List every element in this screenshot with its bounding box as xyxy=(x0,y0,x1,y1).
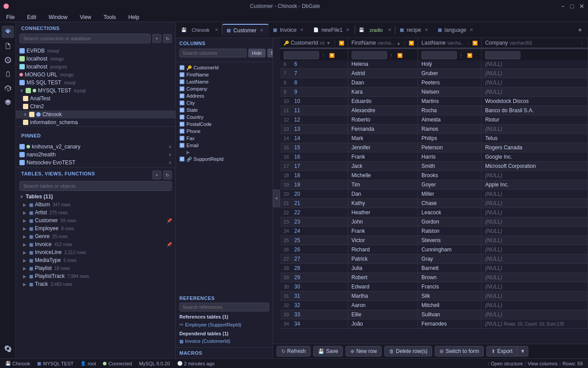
filter-menu-customerid[interactable]: ⋮ xyxy=(320,53,327,58)
col-checkbox[interactable]: ✓ xyxy=(179,72,185,77)
col-phone[interactable]: ✓ Phone xyxy=(176,128,273,135)
conn-evrdb[interactable]: EVRDB mssql xyxy=(16,47,175,55)
filter-menu-lastname[interactable]: ⋮ xyxy=(458,53,465,58)
menu-icon[interactable]: ⋮ xyxy=(402,41,407,46)
col-checkbox[interactable]: ✓ xyxy=(179,79,185,84)
tab-newfile1[interactable]: 📄 newFile1 ✕ xyxy=(309,24,355,36)
close-chinook-tab[interactable]: ✕ xyxy=(215,27,218,32)
pinned-netsockev[interactable]: Netsockev EvoTEST ✕ xyxy=(16,159,175,167)
window-close-button[interactable]: ✕ xyxy=(579,3,584,10)
connections-refresh-btn[interactable]: ↻ xyxy=(163,34,172,43)
icon-connections[interactable] xyxy=(2,26,14,38)
table-customer[interactable]: ▶ ▦ Customer 59 rows 📌 xyxy=(16,216,175,224)
col-postalcode[interactable]: ✓ PostalCode xyxy=(176,121,273,128)
col-firstname[interactable]: ✓ FirstName xyxy=(176,71,273,78)
col-checkbox[interactable]: ✓ xyxy=(179,107,185,113)
conn-mongo-url[interactable]: MONGO URL mongo xyxy=(16,71,175,79)
pinned-nano2health[interactable]: nano2health ✕ xyxy=(16,151,175,159)
conn-mysql-test[interactable]: ▼ MYSQL TEST mysql xyxy=(16,87,175,95)
new-row-button[interactable]: ⊕ New row xyxy=(345,346,382,357)
filter-active-firstname[interactable]: 🔽 xyxy=(396,53,404,58)
table-playlist[interactable]: ▶ ▦ Playlist 18 rows xyxy=(16,264,175,272)
tables-search-input[interactable] xyxy=(19,181,172,191)
col-supportrepid-expand[interactable]: ▶ xyxy=(176,149,273,156)
col-address[interactable]: ✓ Address xyxy=(176,92,273,99)
table-invoiceline[interactable]: ▶ ▦ InvoiceLine 2,212 rows xyxy=(16,248,175,256)
connections-search-input[interactable] xyxy=(19,34,151,43)
db-info-schema[interactable]: information_schema xyxy=(16,118,175,126)
icon-file[interactable] xyxy=(2,40,14,52)
col-checkbox[interactable]: ✓ xyxy=(179,114,185,120)
conn-mssql-test[interactable]: MS SQL TEST mssql xyxy=(16,79,175,87)
conn-localhost-mongo[interactable]: localhost mongo xyxy=(16,55,175,63)
tables-group[interactable]: ▼ Tables (11) xyxy=(16,193,175,201)
col-checkbox[interactable]: ✓ xyxy=(179,86,185,91)
icon-layers[interactable] xyxy=(2,96,14,109)
col-checkbox[interactable]: ✓ xyxy=(179,65,185,70)
table-mediatype[interactable]: ▶ ▦ MediaType 5 rows xyxy=(16,256,175,264)
menu-view[interactable]: View xyxy=(77,13,94,21)
col-fax[interactable]: ✓ Fax xyxy=(176,135,273,142)
show-button[interactable]: Show xyxy=(267,49,273,57)
table-invoice[interactable]: ▶ ▦ Invoice 412 rows 📌 xyxy=(16,240,175,248)
pinned-knjivovna[interactable]: knihovna_v2_canary ✕ xyxy=(16,143,175,151)
table-genre[interactable]: ▶ ▦ Genre 25 rows xyxy=(16,232,175,240)
filter-menu-firstname[interactable]: ⋮ xyxy=(388,53,395,58)
th-company[interactable]: Company varchar(80) ⋮ xyxy=(482,38,588,48)
col-country[interactable]: ✓ Country xyxy=(176,114,273,121)
minimize-button[interactable]: − xyxy=(561,3,565,10)
tab-customer[interactable]: ▦ Customer ✕ xyxy=(222,24,269,36)
th-customerid[interactable]: 🔑 CustomerId int ▼ ⋮ 🔽 xyxy=(280,38,348,48)
new-tab-button[interactable]: + xyxy=(574,24,586,36)
col-state[interactable]: ✓ State xyxy=(176,106,273,114)
filter-firstname[interactable] xyxy=(352,51,387,59)
icon-package[interactable] xyxy=(2,82,14,95)
menu-icon[interactable]: ⋮ xyxy=(580,41,584,46)
menu-edit[interactable]: Edit xyxy=(24,13,39,21)
switch-form-button[interactable]: ⊞ Switch to form xyxy=(435,346,484,357)
filter-lastname[interactable] xyxy=(421,51,457,59)
tab-close-recipe[interactable]: ✕ xyxy=(424,27,429,32)
db-chin2[interactable]: Chin2 xyxy=(16,102,175,110)
col-company[interactable]: ✓ Company xyxy=(176,85,273,92)
ref-invoice-link[interactable]: ▦ Invoice (CustomerId) xyxy=(179,338,269,345)
th-firstname[interactable]: FirstName varcha... ▲ ⋮ 🔽 xyxy=(348,38,418,48)
filter-active-lastname[interactable]: 🔽 xyxy=(466,53,474,58)
menu-tools[interactable]: Tools xyxy=(101,13,119,21)
maximize-button[interactable]: □ xyxy=(570,3,574,10)
menu-icon[interactable]: ⋮ xyxy=(333,41,337,46)
tab-close-customer[interactable]: ✕ xyxy=(259,28,264,33)
col-supportrepid[interactable]: ✓ 🔗 SupportRepId xyxy=(176,156,273,163)
collapse-panel-button[interactable]: « xyxy=(273,190,280,207)
db-analtest[interactable]: AnalTest xyxy=(16,95,175,102)
delete-row-button[interactable]: 🗑 Delete row(s) xyxy=(384,346,432,357)
col-checkbox[interactable]: ✓ xyxy=(179,143,185,148)
icon-settings[interactable] xyxy=(2,342,14,355)
hide-button[interactable]: Hide xyxy=(248,49,266,57)
tab-language[interactable]: ▦ language ✕ xyxy=(433,24,478,36)
tab-invoice[interactable]: ▦ Invoice ✕ xyxy=(269,24,309,36)
unpin-button[interactable]: ✕ xyxy=(168,152,172,157)
table-album[interactable]: ▶ ▦ Album 347 rows xyxy=(16,201,175,209)
col-checkbox[interactable]: ✓ xyxy=(179,136,185,141)
filter-customerid[interactable] xyxy=(284,51,319,59)
connections-add-btn[interactable]: + xyxy=(152,34,161,43)
tables-add-btn[interactable]: + xyxy=(152,171,161,179)
menu-file[interactable]: File xyxy=(4,13,17,21)
col-checkbox[interactable]: ✓ xyxy=(179,100,185,106)
tab-close-language[interactable]: ✕ xyxy=(469,27,474,32)
table-artist[interactable]: ▶ ▦ Artist 275 rows xyxy=(16,209,175,216)
col-email[interactable]: ✓ Email xyxy=(176,142,273,149)
menu-window[interactable]: Window xyxy=(46,13,70,21)
col-lastname[interactable]: ✓ LastName xyxy=(176,78,273,85)
col-checkbox[interactable]: ✓ xyxy=(179,93,185,99)
view-columns-btn[interactable]: View columns xyxy=(528,361,558,366)
db-chinook[interactable]: ▼ Chinook xyxy=(16,110,175,118)
col-city[interactable]: ✓ City xyxy=(176,99,273,106)
open-structure-btn[interactable]: Open structure xyxy=(491,361,523,366)
tab-close-invoice[interactable]: ✕ xyxy=(299,27,304,32)
col-checkbox[interactable]: ✓ xyxy=(179,156,185,162)
col-checkbox[interactable]: ✓ xyxy=(179,121,185,127)
unpin-button[interactable]: ✕ xyxy=(168,160,172,165)
references-search[interactable] xyxy=(179,303,269,311)
